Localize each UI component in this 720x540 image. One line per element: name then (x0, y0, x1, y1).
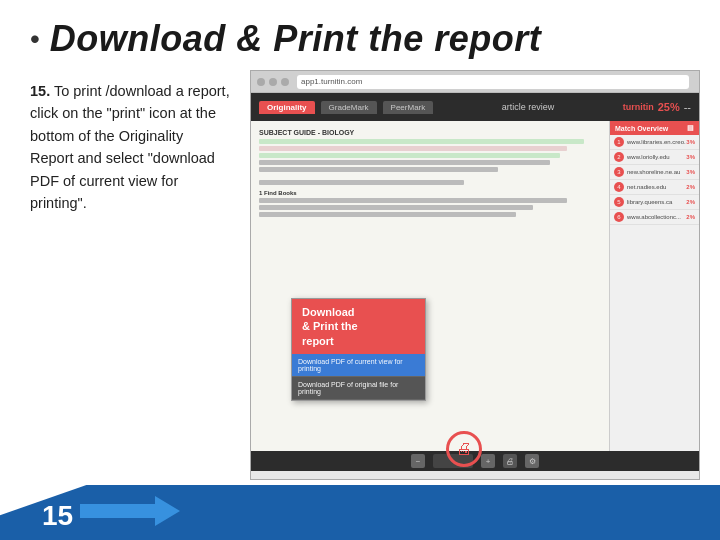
match-overview-sidebar: Match Overview ▤ 1 www.libraries.en.creo… (609, 121, 699, 451)
download-label-line2: & Print the (302, 320, 358, 332)
match-item-5: 5 library.queens.ca 2% (610, 195, 699, 210)
arrow-indicator (80, 496, 180, 530)
main-content: 15. To print /download a report, click o… (0, 70, 720, 480)
page-header: • Download & Print the report (0, 0, 720, 70)
page-number: 15 (42, 500, 73, 532)
match-pct-6: 2% (686, 214, 695, 220)
page-title: Download & Print the report (50, 18, 542, 60)
match-overview-icon: ▤ (687, 124, 694, 132)
zoom-in-icon[interactable]: + (481, 454, 495, 468)
match-num-6: 6 (614, 212, 624, 222)
download-overlay: Download & Print the report Download PDF… (291, 298, 426, 401)
download-menu-item-1[interactable]: Download PDF of current view for printin… (292, 354, 425, 377)
browser-dot-2 (269, 78, 277, 86)
doc-line-3 (259, 153, 560, 158)
match-pct-4: 2% (686, 184, 695, 190)
download-label-line3: report (302, 335, 334, 347)
match-overview-title: Match Overview (615, 125, 668, 132)
doc-line-7 (259, 198, 567, 203)
tab-originality[interactable]: Originality (259, 101, 315, 114)
title-download: Download (50, 18, 226, 59)
browser-chrome: app1.turnitin.com (251, 71, 699, 93)
match-num-1: 1 (614, 137, 624, 147)
printer-circle-highlight: 🖨 (446, 431, 482, 467)
doc-section: 1 Find Books (259, 190, 601, 196)
browser-dot-1 (257, 78, 265, 86)
match-pct-3: 3% (686, 169, 695, 175)
document-main: SUBJECT GUIDE - BIOLOGY 1 Find Books Dow… (251, 121, 609, 451)
tab-grademark[interactable]: GradeMark (321, 101, 377, 114)
instruction-body: To print /download a report, click on th… (30, 83, 230, 211)
match-pct-5: 2% (686, 199, 695, 205)
download-menu-item-2[interactable]: Download PDF of original file for printi… (292, 377, 425, 400)
doc-title: article review (439, 102, 616, 112)
download-label: Download & Print the report (292, 299, 425, 354)
similarity-dash: -- (684, 101, 691, 113)
browser-dot-3 (281, 78, 289, 86)
doc-heading: SUBJECT GUIDE - BIOLOGY (259, 129, 601, 136)
doc-line-5 (259, 167, 498, 172)
turnitin-logo-area: turnitin 25% -- (623, 101, 691, 113)
left-instruction-panel: 15. To print /download a report, click o… (30, 70, 230, 480)
match-url-6: www.abcollectionc... (627, 214, 686, 220)
match-item-2: 2 www.loriolly.edu 3% (610, 150, 699, 165)
tab-peermark[interactable]: PeerMark (383, 101, 434, 114)
similarity-percent: 25% (658, 101, 680, 113)
doc-line-6 (259, 180, 464, 185)
doc-line-4 (259, 160, 550, 165)
match-num-4: 4 (614, 182, 624, 192)
instruction-text: 15. To print /download a report, click o… (30, 80, 230, 215)
match-url-2: www.loriolly.edu (627, 154, 686, 160)
zoom-out-icon[interactable]: − (411, 454, 425, 468)
bottom-section: 15 (0, 485, 720, 540)
url-text: app1.turnitin.com (301, 77, 362, 86)
match-url-5: library.queens.ca (627, 199, 686, 205)
doc-line-9 (259, 212, 516, 217)
step-number: 15. (30, 83, 50, 99)
match-num-2: 2 (614, 152, 624, 162)
match-url-1: www.libraries.en.creo... (627, 139, 686, 145)
match-url-4: net.nadies.edu (627, 184, 686, 190)
doc-line-1 (259, 139, 584, 144)
match-pct-2: 3% (686, 154, 695, 160)
match-pct-1: 3% (686, 139, 695, 145)
svg-marker-0 (80, 496, 180, 526)
doc-line-2 (259, 146, 567, 151)
match-num-5: 5 (614, 197, 624, 207)
match-overview-header: Match Overview ▤ (610, 121, 699, 135)
match-item-4: 4 net.nadies.edu 2% (610, 180, 699, 195)
settings-icon[interactable]: ⚙ (525, 454, 539, 468)
match-item-6: 6 www.abcollectionc... 2% (610, 210, 699, 225)
turnitin-logo: turnitin (623, 102, 654, 112)
match-item-1: 1 www.libraries.en.creo... 3% (610, 135, 699, 150)
title-rest: & Print the report (226, 18, 542, 59)
match-item-3: 3 new.shoreline.ne.au 3% (610, 165, 699, 180)
document-area: SUBJECT GUIDE - BIOLOGY 1 Find Books Dow… (251, 121, 699, 451)
turnitin-screenshot: app1.turnitin.com Originality GradeMark … (250, 70, 700, 480)
printer-icon-highlight: 🖨 (456, 440, 472, 458)
doc-line-8 (259, 205, 533, 210)
download-label-line1: Download (302, 306, 355, 318)
browser-url-bar: app1.turnitin.com (297, 75, 689, 89)
match-num-3: 3 (614, 167, 624, 177)
turnitin-header-bar: Originality GradeMark PeerMark article r… (251, 93, 699, 121)
print-icon[interactable]: 🖨 (503, 454, 517, 468)
match-url-3: new.shoreline.ne.au (627, 169, 686, 175)
bullet-point: • (30, 23, 40, 55)
